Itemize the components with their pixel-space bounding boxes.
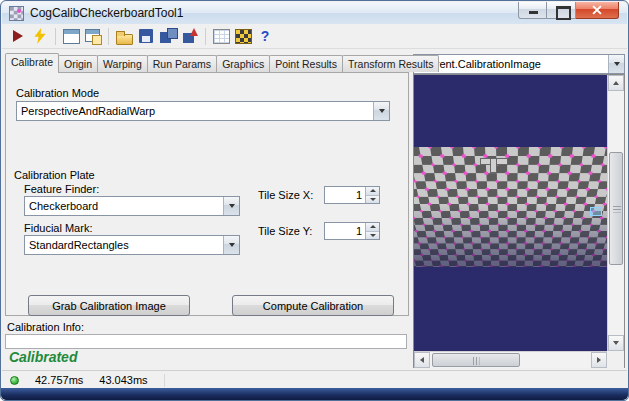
status-led xyxy=(10,376,19,385)
app-window: CogCalibCheckerboardTool1 ? Calibrate Or… xyxy=(0,0,629,401)
fiducial-mark-select[interactable]: StandardRectangles xyxy=(24,235,240,255)
tile-size-x-stepper[interactable]: 1 xyxy=(324,186,380,204)
calibration-info-label: Calibration Info: xyxy=(7,321,84,333)
vertical-scroll-thumb[interactable] xyxy=(609,152,623,265)
toolbar-separator xyxy=(55,28,56,45)
image-display-icon[interactable] xyxy=(61,26,81,46)
tile-size-x-value[interactable]: 1 xyxy=(325,187,365,203)
scroll-left-icon[interactable] xyxy=(414,352,430,368)
calibration-icon[interactable] xyxy=(233,26,253,46)
toolbar: ? xyxy=(2,24,627,49)
fiducial-marker xyxy=(480,155,506,173)
image-view-select[interactable]: Current.CalibrationImage xyxy=(413,54,625,74)
tab-warping[interactable]: Warping xyxy=(97,55,148,72)
scroll-up-icon[interactable] xyxy=(608,75,624,91)
step-down-icon[interactable] xyxy=(366,232,379,240)
stepper-buttons xyxy=(365,187,379,203)
calibration-status-text: Calibrated xyxy=(9,349,77,365)
title-bar[interactable]: CogCalibCheckerboardTool1 xyxy=(2,2,627,24)
tab-graphics[interactable]: Graphics xyxy=(216,55,270,72)
chevron-down-icon[interactable] xyxy=(608,55,624,73)
chevron-down-icon[interactable] xyxy=(223,236,239,254)
tab-run-params[interactable]: Run Params xyxy=(147,55,217,72)
fiducial-mark-label: Fiducial Mark: xyxy=(24,222,92,234)
scroll-down-icon[interactable] xyxy=(608,335,624,351)
statusbar-separator xyxy=(164,374,165,387)
maximize-button[interactable] xyxy=(547,2,576,19)
save-subtools-icon[interactable] xyxy=(158,26,178,46)
highlight-marker xyxy=(590,207,602,216)
tile-size-y-stepper[interactable]: 1 xyxy=(324,222,380,240)
image-view-value: Current.CalibrationImage xyxy=(414,58,608,70)
float-display-icon[interactable] xyxy=(83,26,103,46)
import-icon[interactable] xyxy=(180,26,200,46)
help-icon[interactable]: ? xyxy=(255,26,275,46)
step-up-icon[interactable] xyxy=(366,187,379,196)
calibration-plate-label: Calibration Plate xyxy=(14,169,95,181)
vertical-scrollbar[interactable] xyxy=(607,75,624,351)
checkerboard-squares xyxy=(414,147,607,267)
tile-size-x-label: Tile Size X: xyxy=(258,189,313,201)
electric-run-icon[interactable] xyxy=(30,26,50,46)
step-up-icon[interactable] xyxy=(366,223,379,232)
open-icon[interactable] xyxy=(114,26,134,46)
toolbar-separator xyxy=(205,28,206,45)
fiducial-mark-value: StandardRectangles xyxy=(25,239,223,251)
feature-finder-label: Feature Finder: xyxy=(24,183,99,195)
scrollbar-corner xyxy=(607,351,624,368)
compute-calibration-button[interactable]: Compute Calibration xyxy=(232,295,394,316)
feature-finder-select[interactable]: Checkerboard xyxy=(24,196,240,216)
results-icon[interactable] xyxy=(211,26,231,46)
minimize-button[interactable] xyxy=(518,2,547,19)
status-bar: 42.757ms 43.043ms xyxy=(2,370,627,389)
calibration-info-box[interactable] xyxy=(5,334,407,349)
tab-transform-results[interactable]: Transform Results xyxy=(342,55,439,72)
toolbar-separator xyxy=(108,28,109,45)
tab-point-results[interactable]: Point Results xyxy=(269,55,343,72)
grab-calibration-image-button[interactable]: Grab Calibration Image xyxy=(28,295,190,316)
run-icon[interactable] xyxy=(8,26,28,46)
calibration-image-panel xyxy=(413,74,625,368)
chevron-down-icon[interactable] xyxy=(223,197,239,215)
scroll-right-icon[interactable] xyxy=(591,352,607,368)
calibration-mode-select[interactable]: PerspectiveAndRadialWarp xyxy=(16,101,390,121)
feature-finder-value: Checkerboard xyxy=(25,200,223,212)
tile-size-y-label: Tile Size Y: xyxy=(258,225,312,237)
horizontal-scrollbar[interactable] xyxy=(414,351,607,368)
run-time-text: 42.757ms xyxy=(35,374,83,386)
save-icon[interactable] xyxy=(136,26,156,46)
tab-origin[interactable]: Origin xyxy=(58,55,98,72)
app-icon xyxy=(9,6,24,21)
tile-size-y-value[interactable]: 1 xyxy=(325,223,365,239)
window-title: CogCalibCheckerboardTool1 xyxy=(30,6,183,20)
tab-strip: Calibrate Origin Warping Run Params Grap… xyxy=(5,54,438,73)
total-time-text: 43.043ms xyxy=(99,374,147,386)
checkerboard-pattern xyxy=(414,147,607,267)
calibrate-tab-page: Calibration Mode PerspectiveAndRadialWar… xyxy=(5,72,409,316)
calibration-mode-label: Calibration Mode xyxy=(16,87,99,99)
close-button[interactable] xyxy=(576,2,619,19)
caption-buttons xyxy=(518,2,619,19)
stepper-buttons xyxy=(365,223,379,239)
tab-calibrate[interactable]: Calibrate xyxy=(5,53,59,73)
calibration-image-display[interactable] xyxy=(414,75,607,351)
step-down-icon[interactable] xyxy=(366,196,379,204)
chevron-down-icon[interactable] xyxy=(373,102,389,120)
calibration-mode-value: PerspectiveAndRadialWarp xyxy=(17,105,373,117)
horizontal-scroll-thumb[interactable] xyxy=(432,353,520,367)
window-bottom-frame xyxy=(1,388,628,400)
